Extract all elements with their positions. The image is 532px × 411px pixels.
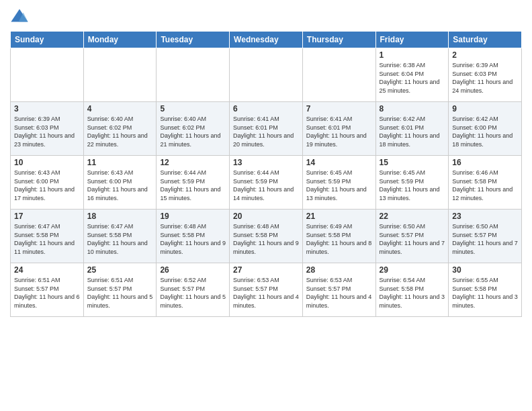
day-info: Sunrise: 6:41 AM Sunset: 6:01 PM Dayligh… (233, 115, 299, 148)
day-number: 16 (452, 158, 518, 167)
calendar-cell: 25Sunrise: 6:51 AM Sunset: 5:57 PM Dayli… (83, 263, 157, 317)
calendar-week-row: 24Sunrise: 6:51 AM Sunset: 5:57 PM Dayli… (11, 263, 522, 317)
day-info: Sunrise: 6:53 AM Sunset: 5:57 PM Dayligh… (233, 276, 299, 310)
calendar-cell: 26Sunrise: 6:52 AM Sunset: 5:57 PM Dayli… (157, 263, 230, 317)
calendar-cell: 17Sunrise: 6:47 AM Sunset: 5:58 PM Dayli… (11, 210, 84, 263)
calendar-cell: 6Sunrise: 6:41 AM Sunset: 6:01 PM Daylig… (230, 102, 303, 156)
calendar-cell: 8Sunrise: 6:42 AM Sunset: 6:01 PM Daylig… (375, 102, 449, 156)
calendar-week-row: 3Sunrise: 6:39 AM Sunset: 6:03 PM Daylig… (11, 102, 522, 156)
calendar-cell: 19Sunrise: 6:48 AM Sunset: 5:58 PM Dayli… (157, 210, 230, 263)
weekday-header: Friday (375, 32, 449, 48)
calendar-cell: 27Sunrise: 6:53 AM Sunset: 5:57 PM Dayli… (230, 263, 303, 317)
calendar-cell (230, 48, 303, 102)
calendar-cell: 23Sunrise: 6:50 AM Sunset: 5:57 PM Dayli… (449, 210, 522, 263)
calendar-cell: 21Sunrise: 6:49 AM Sunset: 5:58 PM Dayli… (302, 210, 375, 263)
calendar-week-row: 10Sunrise: 6:43 AM Sunset: 6:00 PM Dayli… (11, 156, 522, 210)
calendar-cell: 16Sunrise: 6:46 AM Sunset: 5:58 PM Dayli… (449, 156, 522, 210)
day-info: Sunrise: 6:45 AM Sunset: 5:59 PM Dayligh… (380, 169, 445, 202)
day-info: Sunrise: 6:54 AM Sunset: 5:58 PM Dayligh… (380, 276, 445, 310)
calendar-cell: 22Sunrise: 6:50 AM Sunset: 5:57 PM Dayli… (375, 210, 449, 263)
day-info: Sunrise: 6:41 AM Sunset: 6:01 PM Dayligh… (306, 115, 372, 148)
day-info: Sunrise: 6:44 AM Sunset: 5:59 PM Dayligh… (160, 169, 226, 202)
day-number: 21 (306, 212, 372, 221)
day-number: 11 (87, 158, 153, 167)
day-number: 28 (306, 265, 372, 275)
day-number: 17 (14, 212, 80, 221)
day-info: Sunrise: 6:38 AM Sunset: 6:04 PM Dayligh… (380, 61, 445, 95)
day-info: Sunrise: 6:45 AM Sunset: 5:59 PM Dayligh… (306, 169, 372, 202)
calendar: SundayMondayTuesdayWednesdayThursdayFrid… (10, 31, 522, 317)
day-info: Sunrise: 6:47 AM Sunset: 5:58 PM Dayligh… (87, 222, 153, 256)
logo (10, 7, 32, 26)
calendar-cell: 18Sunrise: 6:47 AM Sunset: 5:58 PM Dayli… (83, 210, 157, 263)
calendar-week-row: 1Sunrise: 6:38 AM Sunset: 6:04 PM Daylig… (11, 48, 522, 102)
calendar-cell: 5Sunrise: 6:40 AM Sunset: 6:02 PM Daylig… (157, 102, 230, 156)
day-number: 29 (380, 265, 445, 275)
page: SundayMondayTuesdayWednesdayThursdayFrid… (0, 0, 532, 411)
day-number: 2 (452, 50, 518, 60)
day-info: Sunrise: 6:51 AM Sunset: 5:57 PM Dayligh… (14, 276, 80, 310)
day-info: Sunrise: 6:42 AM Sunset: 6:01 PM Dayligh… (380, 115, 445, 148)
day-number: 1 (380, 50, 445, 60)
calendar-cell: 15Sunrise: 6:45 AM Sunset: 5:59 PM Dayli… (375, 156, 449, 210)
calendar-cell: 14Sunrise: 6:45 AM Sunset: 5:59 PM Dayli… (302, 156, 375, 210)
calendar-cell: 7Sunrise: 6:41 AM Sunset: 6:01 PM Daylig… (302, 102, 375, 156)
calendar-cell: 29Sunrise: 6:54 AM Sunset: 5:58 PM Dayli… (375, 263, 449, 317)
day-info: Sunrise: 6:47 AM Sunset: 5:58 PM Dayligh… (14, 222, 80, 256)
calendar-cell: 13Sunrise: 6:44 AM Sunset: 5:59 PM Dayli… (230, 156, 303, 210)
day-number: 24 (14, 265, 80, 275)
calendar-cell: 2Sunrise: 6:39 AM Sunset: 6:03 PM Daylig… (449, 48, 522, 102)
day-number: 30 (452, 265, 518, 275)
day-number: 15 (380, 158, 445, 167)
calendar-cell: 9Sunrise: 6:42 AM Sunset: 6:00 PM Daylig… (449, 102, 522, 156)
calendar-cell: 12Sunrise: 6:44 AM Sunset: 5:59 PM Dayli… (157, 156, 230, 210)
weekday-header: Wednesday (230, 32, 303, 48)
day-info: Sunrise: 6:50 AM Sunset: 5:57 PM Dayligh… (452, 222, 518, 256)
day-info: Sunrise: 6:43 AM Sunset: 6:00 PM Dayligh… (87, 169, 153, 202)
calendar-cell: 20Sunrise: 6:48 AM Sunset: 5:58 PM Dayli… (230, 210, 303, 263)
calendar-cell: 4Sunrise: 6:40 AM Sunset: 6:02 PM Daylig… (83, 102, 157, 156)
day-number: 3 (14, 104, 80, 113)
day-number: 7 (306, 104, 372, 113)
weekday-header: Saturday (449, 32, 522, 48)
day-number: 12 (160, 158, 226, 167)
logo-icon (10, 7, 29, 26)
day-info: Sunrise: 6:51 AM Sunset: 5:57 PM Dayligh… (87, 276, 153, 310)
weekday-header: Sunday (11, 32, 84, 48)
day-info: Sunrise: 6:39 AM Sunset: 6:03 PM Dayligh… (14, 115, 80, 148)
calendar-cell: 28Sunrise: 6:53 AM Sunset: 5:57 PM Dayli… (302, 263, 375, 317)
day-info: Sunrise: 6:55 AM Sunset: 5:58 PM Dayligh… (452, 276, 518, 310)
day-info: Sunrise: 6:40 AM Sunset: 6:02 PM Dayligh… (87, 115, 153, 148)
day-info: Sunrise: 6:49 AM Sunset: 5:58 PM Dayligh… (306, 222, 372, 256)
day-number: 10 (14, 158, 80, 167)
calendar-cell: 1Sunrise: 6:38 AM Sunset: 6:04 PM Daylig… (375, 48, 449, 102)
day-number: 26 (160, 265, 226, 275)
calendar-cell (83, 48, 157, 102)
day-number: 27 (233, 265, 299, 275)
calendar-week-row: 17Sunrise: 6:47 AM Sunset: 5:58 PM Dayli… (11, 210, 522, 263)
calendar-cell (11, 48, 84, 102)
weekday-header: Tuesday (157, 32, 230, 48)
calendar-cell: 3Sunrise: 6:39 AM Sunset: 6:03 PM Daylig… (11, 102, 84, 156)
day-info: Sunrise: 6:44 AM Sunset: 5:59 PM Dayligh… (233, 169, 299, 202)
day-number: 22 (380, 212, 445, 221)
calendar-cell: 11Sunrise: 6:43 AM Sunset: 6:00 PM Dayli… (83, 156, 157, 210)
day-info: Sunrise: 6:46 AM Sunset: 5:58 PM Dayligh… (452, 169, 518, 202)
day-info: Sunrise: 6:53 AM Sunset: 5:57 PM Dayligh… (306, 276, 372, 310)
calendar-cell (302, 48, 375, 102)
day-number: 14 (306, 158, 372, 167)
day-number: 8 (380, 104, 445, 113)
header (10, 7, 522, 26)
calendar-cell (157, 48, 230, 102)
calendar-cell: 24Sunrise: 6:51 AM Sunset: 5:57 PM Dayli… (11, 263, 84, 317)
day-info: Sunrise: 6:52 AM Sunset: 5:57 PM Dayligh… (160, 276, 226, 310)
day-info: Sunrise: 6:40 AM Sunset: 6:02 PM Dayligh… (160, 115, 226, 148)
day-info: Sunrise: 6:42 AM Sunset: 6:00 PM Dayligh… (452, 115, 518, 148)
weekday-header: Thursday (302, 32, 375, 48)
day-number: 5 (160, 104, 226, 113)
day-number: 13 (233, 158, 299, 167)
calendar-cell: 30Sunrise: 6:55 AM Sunset: 5:58 PM Dayli… (449, 263, 522, 317)
day-number: 9 (452, 104, 518, 113)
day-number: 6 (233, 104, 299, 113)
day-number: 20 (233, 212, 299, 221)
